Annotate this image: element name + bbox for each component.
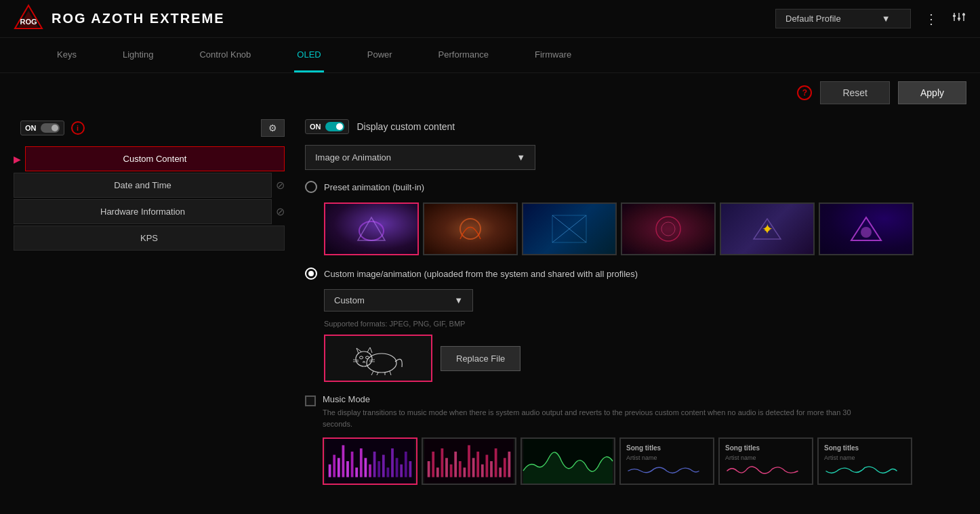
preset-thumb-6-inner	[820, 204, 912, 254]
music-thumb-5[interactable]: Song titles Artist name	[718, 437, 813, 485]
music-thumb-5-artist: Artist name	[725, 454, 756, 461]
rog-logo-icon: ROG	[14, 4, 43, 34]
profile-dropdown[interactable]: Default Profile ▼	[775, 9, 911, 28]
hardware-info-disabled-icon: ⊘	[276, 205, 285, 218]
sidebar-item-hardware-info[interactable]: Hardware Information ⊘	[14, 199, 285, 224]
date-time-disabled-icon: ⊘	[276, 179, 285, 192]
svg-rect-42	[365, 458, 367, 477]
nav-item-oled[interactable]: OLED	[294, 38, 323, 72]
svg-rect-47	[387, 467, 390, 477]
svg-text:ROG: ROG	[20, 18, 37, 26]
sidebar-item-label-kps[interactable]: KPS	[14, 226, 285, 251]
preset-thumb-1[interactable]	[324, 202, 419, 255]
sidebar-toggle-label: ON	[25, 124, 37, 132]
reset-button[interactable]: Reset	[820, 81, 890, 104]
sidebar-toggle[interactable]: ON	[20, 121, 64, 135]
svg-point-11	[460, 219, 481, 239]
display-toggle-switch[interactable]	[325, 122, 344, 131]
sidebar-item-kps[interactable]: KPS	[14, 226, 285, 251]
svg-rect-37	[342, 445, 345, 477]
custom-dropdown[interactable]: Custom ▼	[324, 289, 473, 312]
preset-thumb-3[interactable]	[522, 202, 617, 255]
music-thumb-6[interactable]: Song titles Artist name	[817, 437, 912, 485]
svg-rect-51	[405, 452, 407, 477]
nav-item-lighting[interactable]: Lighting	[120, 38, 157, 72]
apply-button[interactable]: Apply	[898, 81, 966, 104]
info-icon[interactable]: i	[71, 121, 85, 135]
sidebar-menu: ▶ Custom Content Date and Time ⊘ Hardwar…	[14, 146, 285, 251]
preset-thumb-4[interactable]	[621, 202, 716, 255]
music-mode-desc: The display transitions to music mode wh…	[323, 407, 851, 429]
music-thumbnails: Song titles Artist name Song titles Arti…	[323, 437, 966, 485]
svg-text:✦: ✦	[763, 225, 771, 236]
svg-rect-59	[450, 465, 453, 477]
sidebar-item-label-hardware-info[interactable]: Hardware Information	[14, 199, 272, 224]
svg-rect-54	[428, 461, 430, 477]
nav-item-control-knob[interactable]: Control Knob	[197, 38, 253, 72]
music-thumb-6-title: Song titles	[824, 444, 859, 452]
svg-rect-48	[391, 448, 394, 477]
music-thumb-1[interactable]	[323, 437, 417, 485]
file-upload-row: Replace File	[324, 335, 966, 382]
svg-rect-57	[441, 448, 444, 477]
settings-icon[interactable]	[952, 9, 966, 28]
svg-rect-50	[400, 465, 403, 477]
svg-rect-69	[495, 448, 497, 477]
sidebar-item-date-time[interactable]: Date and Time ⊘	[14, 173, 285, 198]
content-type-dropdown-row: Image or Animation ▼	[305, 145, 966, 170]
content-type-arrow-icon: ▼	[516, 152, 525, 163]
music-thumb-3[interactable]	[520, 437, 615, 485]
svg-rect-41	[360, 448, 363, 477]
svg-rect-68	[490, 461, 493, 477]
music-waveform-1	[324, 439, 416, 484]
logo-area: ROG ROG AZOTH EXTREME	[14, 4, 224, 34]
custom-image-radio-row: Custom image/animation (uploaded from th…	[305, 267, 966, 280]
svg-point-20	[861, 227, 872, 238]
music-thumb-4[interactable]: Song titles Artist name	[619, 437, 714, 485]
preset-thumb-4-inner	[622, 204, 714, 254]
gear-button[interactable]: ⚙	[261, 119, 285, 137]
more-options-icon[interactable]: ⋮	[919, 8, 943, 30]
preset-thumb-3-inner	[523, 204, 615, 254]
nav-item-keys[interactable]: Keys	[54, 38, 79, 72]
svg-rect-56	[436, 467, 439, 477]
svg-marker-17	[754, 219, 781, 239]
svg-rect-62	[464, 467, 466, 477]
svg-rect-6	[953, 15, 956, 17]
svg-rect-35	[333, 455, 335, 477]
content-type-dropdown[interactable]: Image or Animation ▼	[305, 145, 535, 170]
music-mode-text: Music Mode The display transitions to mu…	[323, 394, 851, 429]
preset-thumb-1-inner	[325, 204, 417, 254]
preset-thumb-6[interactable]	[819, 202, 914, 255]
file-preview[interactable]	[324, 335, 432, 382]
svg-rect-65	[476, 452, 479, 477]
supported-formats-text: Supported formats: JPEG, PNG, GIF, BMP	[324, 320, 966, 328]
custom-image-radio[interactable]	[305, 267, 317, 280]
preset-animation-radio[interactable]	[305, 181, 317, 193]
music-thumb-4-wave	[626, 464, 701, 478]
music-thumb-2[interactable]	[422, 437, 516, 485]
preset-thumb-5[interactable]: ✦	[720, 202, 815, 255]
nav-bar: Keys Lighting Control Knob OLED Power Pe…	[0, 38, 980, 73]
svg-rect-72	[508, 452, 511, 477]
sidebar-item-label-date-time[interactable]: Date and Time	[14, 173, 272, 198]
preset-thumb-2[interactable]	[423, 202, 518, 255]
nav-item-firmware[interactable]: Firmware	[532, 38, 574, 72]
sidebar-item-custom-content[interactable]: ▶ Custom Content	[14, 146, 285, 171]
music-waveform-2	[423, 439, 515, 484]
sidebar-item-label-custom-content[interactable]: Custom Content	[25, 146, 285, 171]
help-icon[interactable]: ?	[797, 85, 812, 100]
nav-item-performance[interactable]: Performance	[436, 38, 491, 72]
preset-thumb-2-inner	[424, 204, 516, 254]
nav-item-power[interactable]: Power	[365, 38, 395, 72]
display-custom-toggle[interactable]: ON	[305, 119, 349, 134]
sidebar-toggle-switch[interactable]	[41, 123, 60, 133]
svg-point-23	[360, 356, 363, 359]
replace-file-button[interactable]: Replace File	[441, 346, 520, 371]
custom-image-label: Custom image/animation (uploaded from th…	[324, 269, 638, 279]
sidebar-top-controls: ON i ⚙	[14, 119, 285, 137]
music-mode-checkbox[interactable]	[305, 395, 316, 406]
main-content: ON i ⚙ ▶ Custom Content Date and Time ⊘ …	[0, 112, 980, 514]
svg-rect-43	[369, 465, 371, 477]
header-right: Default Profile ▼ ⋮	[775, 8, 966, 30]
